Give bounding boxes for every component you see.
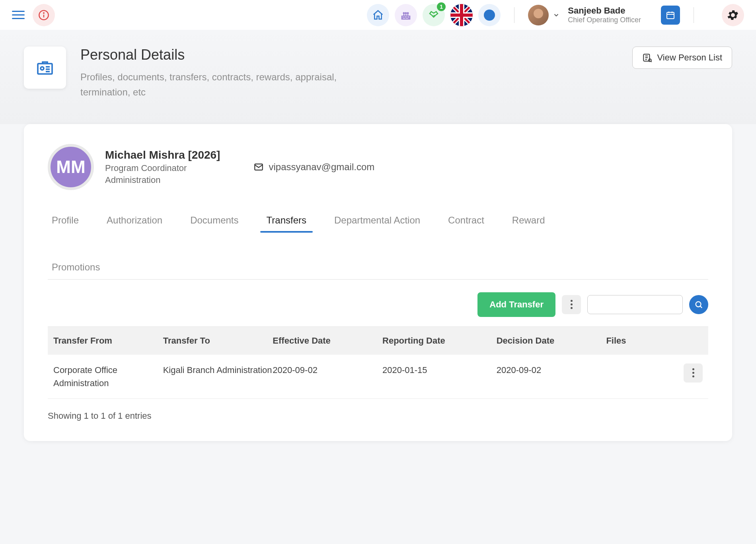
birthday-cake-icon[interactable]	[395, 4, 417, 26]
transfers-table: Transfer From Transfer To Effective Date…	[48, 326, 708, 399]
person-email: vipassyanav@gmail.com	[269, 161, 374, 173]
page-header: Personal Details Profiles, documents, tr…	[0, 30, 756, 124]
three-dots-vertical-icon	[571, 300, 573, 309]
page-title: Personal Details	[80, 47, 618, 63]
row-actions-button[interactable]	[684, 363, 703, 383]
view-person-list-label: View Person List	[657, 52, 722, 63]
view-person-list-button[interactable]: View Person List	[632, 47, 732, 69]
handshake-badge: 1	[437, 2, 446, 11]
cell-decision-date: 2020-09-02	[497, 363, 606, 377]
user-role: Chief Operating Officer	[568, 16, 641, 24]
info-icon[interactable]	[33, 4, 55, 26]
search-button[interactable]	[689, 295, 708, 314]
svg-point-5	[407, 12, 409, 14]
table-row: Corporate Office Administration Kigali B…	[48, 355, 708, 399]
chevron-down-icon	[553, 12, 560, 19]
entries-text: Showing 1 to 1 of 1 entries	[48, 411, 708, 421]
person-name: Michael Mishra [2026]	[105, 149, 220, 161]
handshake-icon[interactable]: 1	[423, 4, 445, 26]
status-dot-icon[interactable]	[478, 4, 501, 26]
svg-point-1	[43, 12, 45, 14]
mail-icon	[253, 162, 264, 172]
avatar	[528, 5, 549, 25]
person-role: Program Coordinator	[105, 163, 220, 173]
cell-transfer-to: Kigali Branch Administration	[163, 363, 273, 377]
topbar-left	[12, 4, 55, 26]
topbar-center: 1 Sanjeeb Bade Chief Operating Officer	[367, 4, 744, 26]
list-icon	[642, 52, 653, 63]
actions-row: Add Transfer	[48, 292, 708, 317]
tab-promotions[interactable]: Promotions	[48, 252, 708, 279]
cell-effective-date: 2020-09-02	[273, 363, 382, 377]
divider	[694, 7, 694, 23]
th-files: Files	[606, 336, 659, 346]
tab-authorization[interactable]: Authorization	[103, 208, 166, 232]
search-icon	[694, 300, 703, 309]
svg-point-4	[405, 12, 407, 14]
topbar: 1 Sanjeeb Bade Chief Operating Officer	[0, 0, 756, 30]
page-subtitle: Profiles, documents, transfers, contract…	[80, 70, 383, 100]
svg-rect-7	[667, 12, 674, 19]
tab-departmental-action[interactable]: Departmental Action	[330, 208, 424, 232]
calendar-button[interactable]	[661, 6, 680, 25]
tab-profile[interactable]: Profile	[48, 208, 83, 232]
add-transfer-button[interactable]: Add Transfer	[477, 292, 555, 317]
cell-reporting-date: 2020-01-15	[382, 363, 497, 377]
home-icon[interactable]	[367, 4, 389, 26]
svg-line-21	[651, 61, 651, 62]
svg-point-12	[41, 67, 44, 70]
three-dots-vertical-icon	[692, 368, 694, 377]
user-info: Sanjeeb Bade Chief Operating Officer	[568, 6, 641, 24]
user-name: Sanjeeb Bade	[568, 6, 641, 16]
initials-avatar: MM	[48, 144, 94, 190]
svg-point-3	[403, 12, 405, 14]
th-effective-date: Effective Date	[273, 336, 382, 346]
header-text: Personal Details Profiles, documents, tr…	[80, 47, 618, 100]
tab-reward[interactable]: Reward	[508, 208, 549, 232]
cell-transfer-from: Corporate Office Administration	[53, 363, 163, 390]
table-header: Transfer From Transfer To Effective Date…	[48, 327, 708, 355]
content-card: MM Michael Mishra [2026] Program Coordin…	[24, 124, 732, 441]
person-department: Administration	[105, 175, 220, 185]
person-info: Michael Mishra [2026] Program Coordinato…	[105, 149, 220, 185]
id-card-icon	[24, 47, 66, 89]
user-menu[interactable]: Sanjeeb Bade Chief Operating Officer	[528, 5, 641, 25]
divider	[514, 7, 514, 23]
hamburger-menu-icon[interactable]	[12, 9, 25, 21]
language-flag-icon[interactable]	[450, 4, 473, 26]
th-decision-date: Decision Date	[497, 336, 606, 346]
search-input[interactable]	[587, 295, 683, 314]
email-block: vipassyanav@gmail.com	[253, 161, 374, 173]
gear-icon[interactable]	[722, 4, 744, 26]
person-row: MM Michael Mishra [2026] Program Coordin…	[48, 144, 708, 190]
th-transfer-from: Transfer From	[53, 336, 163, 346]
svg-point-23	[696, 301, 701, 307]
tab-transfers[interactable]: Transfers	[263, 208, 310, 232]
th-transfer-to: Transfer To	[163, 336, 273, 346]
tab-contract[interactable]: Contract	[444, 208, 488, 232]
tabs: Profile Authorization Documents Transfer…	[48, 208, 708, 280]
more-options-button[interactable]	[562, 295, 581, 314]
svg-line-24	[700, 306, 702, 308]
tab-documents[interactable]: Documents	[186, 208, 242, 232]
th-reporting-date: Reporting Date	[382, 336, 497, 346]
